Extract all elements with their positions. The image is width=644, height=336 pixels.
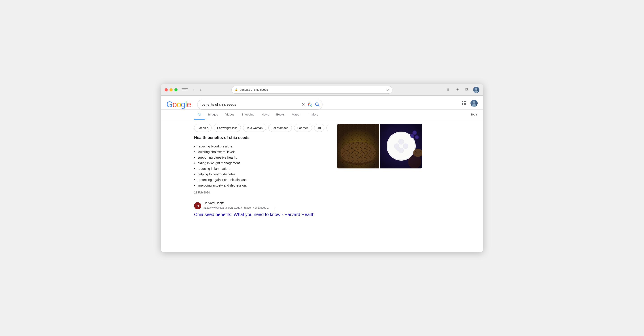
svg-point-58	[399, 148, 404, 153]
tab-books[interactable]: Books	[272, 110, 288, 119]
tab-shopping[interactable]: Shopping	[238, 110, 258, 119]
svg-point-32	[352, 152, 353, 153]
search-results-area: For skin For weight loss To a woman For …	[161, 120, 483, 217]
tab-more[interactable]: ⋮ More	[303, 110, 322, 120]
browser-avatar[interactable]	[473, 87, 480, 93]
tab-maps[interactable]: Maps	[288, 110, 303, 119]
back-button[interactable]: ‹	[190, 87, 197, 93]
tab-overview-button[interactable]: ⧉	[464, 87, 470, 93]
tab-tools-label: Tools	[470, 113, 478, 116]
svg-point-65	[410, 134, 414, 138]
snippet-item-6: helping to control diabetes.	[194, 172, 328, 177]
svg-point-48	[398, 139, 404, 145]
source-more-button[interactable]: ⋮	[272, 205, 276, 210]
svg-point-72	[416, 153, 417, 153]
svg-point-71	[420, 151, 420, 152]
google-header: Google benefits of chia seeds ✕	[161, 96, 483, 110]
chip-for-skin[interactable]: For skin	[194, 124, 212, 132]
nav-arrows: ‹ ›	[190, 87, 204, 93]
google-apps-button[interactable]	[462, 100, 467, 106]
images-grid	[337, 124, 422, 168]
svg-point-27	[364, 148, 366, 149]
tab-all[interactable]: All	[194, 110, 204, 119]
svg-point-34	[363, 152, 364, 153]
svg-point-61	[397, 147, 400, 151]
svg-point-46	[388, 133, 414, 160]
tab-videos[interactable]: Videos	[222, 110, 238, 119]
result-link[interactable]: Chia seed benefits: What you need to kno…	[194, 212, 328, 217]
google-logo[interactable]: Google	[166, 100, 191, 109]
maximize-button[interactable]	[174, 88, 178, 91]
chia-seeds-image[interactable]	[337, 124, 379, 168]
svg-point-29	[354, 150, 356, 151]
lens-button[interactable]	[307, 102, 312, 107]
chip-for-men[interactable]: For men	[294, 124, 312, 132]
svg-point-0	[475, 88, 478, 90]
clear-search-button[interactable]: ✕	[302, 102, 305, 107]
chip-and-side-effects[interactable]: And side effects	[326, 124, 328, 132]
svg-point-69	[415, 151, 416, 152]
share-button[interactable]: ⬆	[445, 87, 451, 93]
address-bar-container: 🔒 benefits of chia seeds ↺	[232, 86, 392, 94]
svg-rect-17	[337, 124, 379, 168]
filter-chips: For skin For weight loss To a woman For …	[194, 124, 328, 135]
svg-point-59	[400, 149, 402, 151]
svg-point-55	[404, 144, 408, 148]
browser-window: ‹ › 🔒 benefits of chia seeds ↺ ⬆ + ⧉	[161, 84, 483, 252]
svg-point-54	[403, 143, 408, 149]
svg-rect-14	[465, 104, 466, 105]
minimize-button[interactable]	[170, 88, 173, 91]
sidebar-toggle-button[interactable]	[182, 87, 188, 92]
tab-images[interactable]: Images	[204, 110, 222, 119]
chip-for-weight-loss[interactable]: For weight loss	[214, 124, 241, 132]
svg-point-35	[348, 155, 350, 155]
svg-point-47	[389, 134, 414, 158]
svg-point-51	[394, 143, 399, 149]
svg-point-25	[355, 147, 357, 148]
chip-10[interactable]: 10	[314, 124, 324, 132]
search-tabs: All Images Videos Shopping News Books Ma…	[161, 110, 483, 120]
tab-news-label: News	[262, 113, 269, 116]
svg-point-19	[348, 146, 350, 147]
snippet-item-2: lowering cholesterol levels.	[194, 149, 328, 155]
tab-all-label: All	[198, 113, 201, 116]
tab-shopping-label: Shopping	[242, 113, 254, 116]
svg-point-56	[405, 145, 406, 146]
google-user-avatar[interactable]	[470, 100, 478, 107]
tab-maps-label: Maps	[292, 113, 299, 116]
svg-point-50	[400, 140, 402, 142]
close-button[interactable]	[164, 88, 168, 91]
svg-point-1	[474, 90, 478, 93]
more-dots-icon: ⋮	[306, 112, 310, 117]
chip-for-stomach[interactable]: For stomach	[268, 124, 292, 132]
blueberry-bowl-image[interactable]	[380, 124, 422, 168]
snippet-item-4: aiding in weight management.	[194, 160, 328, 166]
tab-news[interactable]: News	[258, 110, 272, 119]
tab-more-label: More	[312, 113, 318, 116]
svg-point-20	[353, 143, 354, 144]
svg-point-40	[359, 157, 360, 158]
svg-point-57	[398, 148, 404, 153]
svg-point-16	[472, 104, 476, 107]
address-bar[interactable]: 🔒 benefits of chia seeds ↺	[232, 86, 392, 94]
chip-to-a-woman[interactable]: To a woman	[243, 124, 266, 132]
refresh-button[interactable]: ↺	[386, 88, 389, 92]
svg-point-52	[394, 144, 399, 148]
svg-rect-8	[465, 101, 466, 102]
snippet-item-5: reducing inflammation.	[194, 166, 328, 172]
svg-point-38	[368, 155, 369, 155]
svg-point-24	[351, 148, 352, 149]
new-tab-button[interactable]: +	[454, 87, 461, 93]
search-submit-button[interactable]	[315, 102, 320, 107]
snippet-title: Health benefits of chia seeds	[194, 135, 328, 140]
svg-point-53	[396, 145, 397, 146]
knowledge-snippet: Health benefits of chia seeds reducing b…	[194, 135, 328, 198]
google-page: Google benefits of chia seeds ✕	[161, 96, 483, 252]
forward-button[interactable]: ›	[198, 87, 204, 93]
tab-tools[interactable]: Tools	[467, 110, 483, 119]
snippet-date: 21 Feb 2024	[194, 191, 328, 194]
svg-point-21	[358, 142, 359, 143]
svg-rect-13	[464, 104, 465, 105]
svg-point-18	[340, 142, 376, 164]
source-details: Harvard Health https://www.health.harvar…	[204, 201, 276, 210]
